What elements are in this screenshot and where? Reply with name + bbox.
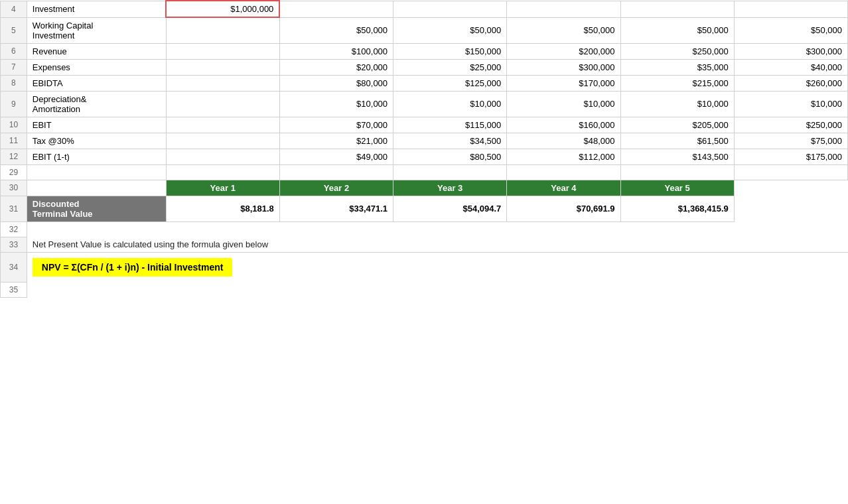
row-8-col5: $260,000 [734, 75, 847, 91]
row-9-col5: $10,000 [734, 91, 847, 117]
row-10-col0 [166, 117, 279, 133]
row-11: 11 Tax @30% $21,000 $34,500 $48,000 $61,… [1, 133, 848, 149]
dtv-year3: $54,094.7 [393, 196, 507, 221]
row-7-col0 [166, 59, 279, 75]
row-4-col2 [393, 1, 507, 17]
row-11-label: Tax @30% [27, 133, 166, 149]
npv-formula-cell: NPV = Σ(CFn / (1 + i)n) - Initial Invest… [27, 253, 847, 283]
row-33: 33 Net Present Value is calculated using… [1, 237, 848, 253]
year-3-header: Year 3 [393, 180, 507, 196]
row-8-label: EBIDTA [27, 75, 166, 91]
row-8-col4: $215,000 [620, 75, 734, 91]
row-4-col0[interactable]: $1,000,000 [166, 1, 279, 17]
row-4-label: Investment [27, 1, 166, 17]
row-7-col2: $25,000 [393, 59, 507, 75]
row-4-col3 [507, 1, 620, 17]
row-10-col4: $205,000 [620, 117, 734, 133]
row-6-col3: $200,000 [507, 43, 620, 59]
row-8-col3: $170,000 [507, 75, 620, 91]
row-29: 29 [1, 164, 848, 180]
row-9-col2: $10,000 [393, 91, 507, 117]
row-34: 34 NPV = Σ(CFn / (1 + i)n) - Initial Inv… [1, 253, 848, 283]
year-5-header: Year 5 [620, 180, 734, 196]
row-9-col0 [166, 91, 279, 117]
year-1-header: Year 1 [166, 180, 279, 196]
row-10-col1: $70,000 [279, 117, 393, 133]
row-32: 32 [1, 221, 848, 237]
row-4-col1 [279, 1, 393, 17]
row-num-31: 31 [1, 196, 27, 221]
row-6: 6 Revenue $100,000 $150,000 $200,000 $25… [1, 43, 848, 59]
row-12-col3: $112,000 [507, 149, 620, 164]
row-num-12: 12 [1, 149, 27, 164]
row-num-5: 5 [1, 17, 27, 43]
dtv-year4: $70,691.9 [507, 196, 620, 221]
row-num-9: 9 [1, 91, 27, 117]
row-11-col1: $21,000 [279, 133, 393, 149]
row-29-col3 [507, 164, 620, 180]
row-12-col1: $49,000 [279, 149, 393, 164]
dtv-label: Discounted Terminal Value [27, 196, 166, 221]
row-6-col0 [166, 43, 279, 59]
row-num-34: 34 [1, 253, 27, 283]
year-2-header: Year 2 [279, 180, 393, 196]
row-9-label: Depreciation& Amortization [27, 91, 166, 117]
row-10: 10 EBIT $70,000 $115,000 $160,000 $205,0… [1, 117, 848, 133]
row-5-col4: $50,000 [620, 17, 734, 43]
row-29-col2 [393, 164, 507, 180]
row-6-label: Revenue [27, 43, 166, 59]
row-29-col1 [279, 164, 393, 180]
row-num-10: 10 [1, 117, 27, 133]
row-10-col5: $250,000 [734, 117, 847, 133]
row-8-col2: $125,000 [393, 75, 507, 91]
row-35: 35 [1, 282, 848, 297]
year-4-header: Year 4 [507, 180, 620, 196]
row-9-col1: $10,000 [279, 91, 393, 117]
row-5-col5: $50,000 [734, 17, 847, 43]
row-11-col3: $48,000 [507, 133, 620, 149]
row-num-32: 32 [1, 221, 27, 237]
row-num-7: 7 [1, 59, 27, 75]
row-5-col2: $50,000 [393, 17, 507, 43]
row-10-col2: $115,000 [393, 117, 507, 133]
row-9: 9 Depreciation& Amortization $10,000 $10… [1, 91, 848, 117]
row-num-4: 4 [1, 1, 27, 17]
row-num-8: 8 [1, 75, 27, 91]
row-30: 30 Year 1 Year 2 Year 3 Year 4 Year 5 [1, 180, 848, 196]
row-4: 4 Investment $1,000,000 [1, 1, 848, 17]
row-12-label: EBIT (1-t) [27, 149, 166, 164]
row-30-empty [27, 180, 166, 196]
dtv-year5: $1,368,415.9 [620, 196, 734, 221]
npv-formula-text: NPV = Σ(CFn / (1 + i)n) - Initial Invest… [33, 258, 233, 277]
row-5-col3: $50,000 [507, 17, 620, 43]
row-5-col0 [166, 17, 279, 43]
row-32-empty [27, 221, 847, 237]
row-7: 7 Expenses $20,000 $25,000 $300,000 $35,… [1, 59, 848, 75]
row-31: 31 Discounted Terminal Value $8,181.8 $3… [1, 196, 848, 221]
row-8-col1: $80,000 [279, 75, 393, 91]
row-6-col5: $300,000 [734, 43, 847, 59]
row-11-col0 [166, 133, 279, 149]
row-4-col4 [620, 1, 734, 17]
row-29-col4 [620, 164, 734, 180]
row-29-col0 [166, 164, 279, 180]
row-num-6: 6 [1, 43, 27, 59]
row-5-col1: $50,000 [279, 17, 393, 43]
row-11-col5: $75,000 [734, 133, 847, 149]
dtv-year1: $8,181.8 [166, 196, 279, 221]
npv-info-text: Net Present Value is calculated using th… [27, 237, 847, 253]
row-10-col3: $160,000 [507, 117, 620, 133]
row-6-col4: $250,000 [620, 43, 734, 59]
row-5: 5 Working Capital Investment $50,000 $50… [1, 17, 848, 43]
row-7-label: Expenses [27, 59, 166, 75]
row-8: 8 EBIDTA $80,000 $125,000 $170,000 $215,… [1, 75, 848, 91]
row-num-11: 11 [1, 133, 27, 149]
row-9-col3: $10,000 [507, 91, 620, 117]
row-31-extra [734, 196, 847, 221]
row-6-col1: $100,000 [279, 43, 393, 59]
row-30-extra [734, 180, 847, 196]
row-6-col2: $150,000 [393, 43, 507, 59]
row-29-empty [27, 164, 166, 180]
row-5-label: Working Capital Investment [27, 17, 166, 43]
row-12-col2: $80,500 [393, 149, 507, 164]
